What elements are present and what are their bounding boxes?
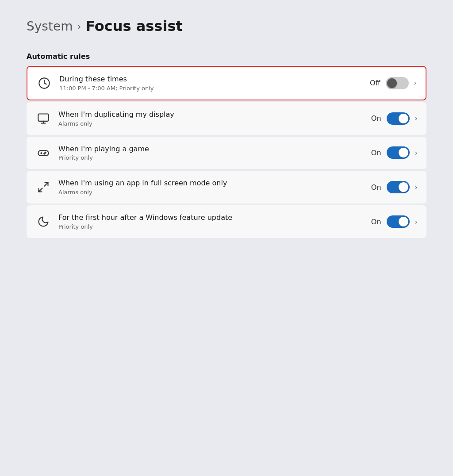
chevron-right-after-update: › — [415, 218, 418, 226]
rule-title-fullscreen-mode: When I'm using an app in full screen mod… — [58, 179, 364, 188]
chevron-right-fullscreen-mode: › — [415, 183, 418, 192]
page-title: Focus assist — [85, 18, 182, 35]
rule-right-duplicating-display: On› — [371, 112, 418, 125]
rule-title-after-update: For the first hour after a Windows featu… — [58, 213, 364, 223]
rule-content-duplicating-display: When I'm duplicating my displayAlarms on… — [58, 110, 364, 127]
clock-icon — [36, 75, 52, 91]
rule-status-fullscreen-mode: On — [371, 183, 381, 192]
rule-card-after-update[interactable]: For the first hour after a Windows featu… — [27, 205, 426, 238]
monitor-icon — [35, 111, 51, 127]
section-label: Automatic rules — [27, 52, 426, 61]
toggle-after-update[interactable] — [387, 215, 410, 228]
rule-card-playing-game[interactable]: When I'm playing a gamePriority onlyOn› — [27, 137, 426, 169]
svg-line-10 — [39, 188, 42, 192]
rule-title-during-these-times: During these times — [59, 75, 363, 84]
rules-list: During these times11:00 PM - 7:00 AM; Pr… — [27, 66, 426, 238]
rule-right-playing-game: On› — [371, 146, 418, 159]
rule-subtitle-duplicating-display: Alarms only — [58, 120, 364, 127]
toggle-duplicating-display[interactable] — [387, 112, 410, 125]
page-container: System › Focus assist Automatic rules Du… — [27, 18, 426, 238]
svg-rect-1 — [38, 114, 48, 121]
rule-card-during-these-times[interactable]: During these times11:00 PM - 7:00 AM; Pr… — [27, 66, 426, 100]
toggle-during-these-times[interactable] — [386, 77, 409, 89]
toggle-knob-after-update — [399, 217, 408, 226]
rule-title-playing-game: When I'm playing a game — [58, 145, 364, 154]
rule-content-fullscreen-mode: When I'm using an app in full screen mod… — [58, 179, 364, 196]
moon-icon — [35, 214, 51, 230]
fullscreen-icon — [35, 179, 51, 195]
rule-subtitle-after-update: Priority only — [58, 223, 364, 230]
rule-content-after-update: For the first hour after a Windows featu… — [58, 213, 364, 230]
breadcrumb-system[interactable]: System — [27, 19, 73, 34]
rule-status-after-update: On — [371, 218, 381, 226]
rule-card-fullscreen-mode[interactable]: When I'm using an app in full screen mod… — [27, 171, 426, 203]
gamepad-icon — [35, 145, 51, 161]
toggle-fullscreen-mode[interactable] — [387, 181, 410, 193]
chevron-right-playing-game: › — [415, 149, 418, 157]
rule-right-after-update: On› — [371, 215, 418, 228]
toggle-knob-during-these-times — [387, 78, 397, 88]
toggle-knob-fullscreen-mode — [399, 182, 408, 192]
rule-right-fullscreen-mode: On› — [371, 181, 418, 193]
chevron-right-during-these-times: › — [414, 79, 417, 87]
rule-card-duplicating-display[interactable]: When I'm duplicating my displayAlarms on… — [27, 102, 426, 135]
rule-status-duplicating-display: On — [371, 114, 381, 123]
rule-content-during-these-times: During these times11:00 PM - 7:00 AM; Pr… — [59, 75, 363, 92]
toggle-knob-duplicating-display — [399, 114, 408, 123]
rule-subtitle-during-these-times: 11:00 PM - 7:00 AM; Priority only — [59, 85, 363, 92]
svg-point-8 — [44, 154, 45, 154]
toggle-knob-playing-game — [399, 148, 408, 157]
rule-content-playing-game: When I'm playing a gamePriority only — [58, 145, 364, 161]
rule-status-playing-game: On — [371, 149, 381, 157]
rule-subtitle-fullscreen-mode: Alarms only — [58, 189, 364, 196]
rule-title-duplicating-display: When I'm duplicating my display — [58, 110, 364, 119]
rule-right-during-these-times: Off› — [370, 77, 417, 89]
rule-status-during-these-times: Off — [370, 79, 380, 87]
svg-rect-4 — [38, 151, 48, 156]
breadcrumb-chevron: › — [77, 21, 81, 32]
svg-line-9 — [44, 183, 48, 186]
rule-subtitle-playing-game: Priority only — [58, 154, 364, 161]
toggle-playing-game[interactable] — [387, 146, 410, 159]
page-header: System › Focus assist — [27, 18, 426, 35]
chevron-right-duplicating-display: › — [415, 114, 418, 123]
